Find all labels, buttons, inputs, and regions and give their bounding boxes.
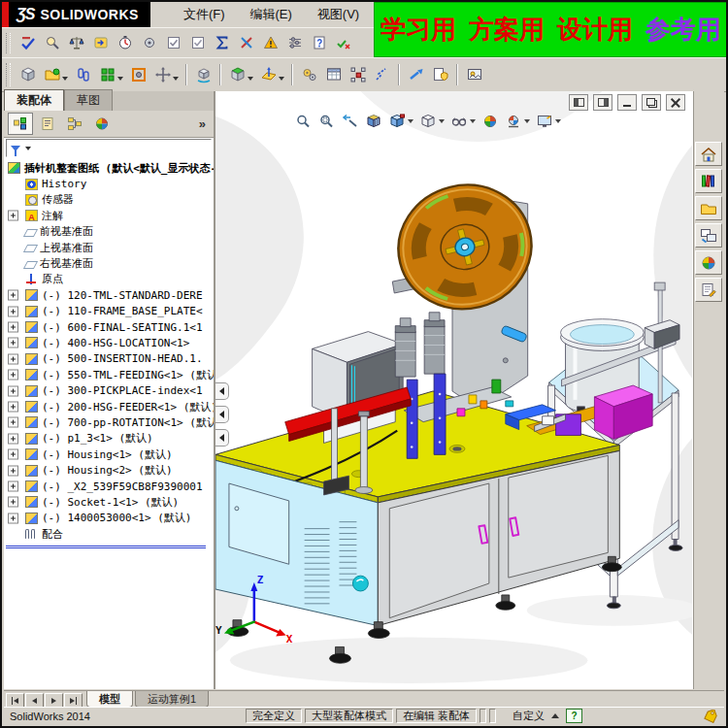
expand-icon[interactable] — [8, 211, 18, 221]
insert-component-icon[interactable] — [16, 63, 40, 86]
bill-of-materials-icon[interactable] — [321, 63, 346, 86]
motion-study-icon[interactable] — [297, 63, 321, 86]
tree-item[interactable]: 上视基准面 — [4, 240, 214, 255]
tree-item[interactable]: (-) 500-INSERTION-HEAD.1. — [4, 351, 214, 367]
tree-item[interactable]: (-) 600-FINAL-SEATING.1<1 — [4, 319, 214, 335]
mass-properties-icon[interactable] — [64, 31, 88, 54]
tree-item[interactable]: 注解 — [4, 208, 214, 223]
panel-tab[interactable]: 草图 — [64, 89, 113, 111]
solidworks-resources-icon[interactable] — [695, 142, 722, 166]
explode-line-sketch-icon[interactable] — [370, 63, 394, 86]
tree-item[interactable]: (-) Housing<1> (默认) — [4, 447, 214, 462]
hide-show-items-icon[interactable] — [448, 113, 478, 130]
tree-item[interactable]: (-) 110-FRAME_BASE_PLATE< — [4, 304, 214, 319]
measure-icon[interactable] — [40, 31, 64, 54]
expand-icon[interactable] — [8, 370, 18, 381]
panel-overflow-chevron[interactable]: » — [199, 116, 210, 131]
study-tab[interactable]: 运动算例1 — [135, 691, 209, 708]
tree-item[interactable]: 前视基准面 — [4, 224, 214, 240]
tag-icon[interactable] — [703, 710, 718, 723]
verification-icon[interactable] — [331, 31, 355, 54]
design-checker-icon[interactable] — [258, 31, 282, 54]
spell-check-icon[interactable] — [16, 31, 40, 54]
component-pattern-icon[interactable] — [95, 63, 119, 86]
display-style-icon[interactable] — [417, 113, 447, 130]
custom-properties-icon[interactable] — [695, 278, 722, 302]
tree-item[interactable]: (-) _X2_539F59CB8F9390001 — [4, 479, 214, 494]
menu-item[interactable]: 文件(F) — [183, 6, 225, 23]
tree-item[interactable]: 插针机整套图纸 (默认<默认_显示状态-1>) — [4, 160, 214, 176]
expand-icon[interactable] — [8, 322, 18, 333]
sensor-icon[interactable] — [88, 31, 113, 54]
edit-appearance-icon[interactable] — [480, 113, 501, 130]
tree-item[interactable]: (-) 1400053000<1> (默认) — [4, 511, 214, 526]
tree-item[interactable]: History — [4, 176, 214, 191]
help-topics-icon[interactable] — [307, 31, 331, 54]
performance-icon[interactable] — [113, 31, 137, 54]
pane-left-icon[interactable] — [569, 94, 588, 111]
help-icon[interactable]: ? — [566, 709, 582, 723]
tree-item[interactable]: (-) 550-TML-FEEDING<1> (默认) — [4, 367, 214, 382]
expand-icon[interactable] — [8, 497, 18, 508]
tree-item[interactable]: 原点 — [4, 272, 214, 287]
exploded-view-icon[interactable] — [346, 63, 370, 86]
open-part-icon[interactable] — [40, 63, 64, 86]
mate-icon[interactable] — [71, 63, 95, 86]
reference-geometry-icon[interactable] — [256, 63, 281, 86]
expand-icon[interactable] — [8, 402, 18, 413]
toolbar-grip[interactable] — [6, 63, 11, 86]
featuremanager-tree-icon[interactable] — [8, 113, 33, 135]
instant-3d-icon[interactable] — [404, 63, 428, 86]
assembly-features-icon[interactable] — [225, 63, 249, 86]
zoom-to-area-icon[interactable] — [316, 113, 338, 130]
menu-item[interactable]: 编辑(E) — [250, 6, 292, 23]
pane-right-icon[interactable] — [593, 94, 612, 111]
dropdown-caret-icon[interactable] — [62, 77, 68, 81]
expand-icon[interactable] — [8, 513, 18, 523]
smart-fasteners-icon[interactable] — [126, 63, 150, 86]
expand-icon[interactable] — [8, 433, 18, 444]
rollback-bar[interactable] — [6, 546, 206, 548]
expand-icon[interactable] — [8, 481, 18, 492]
expand-icon[interactable] — [8, 385, 18, 396]
tree-item[interactable]: (-) 120-TML-STANDARD-DERE — [4, 287, 214, 303]
tree-item[interactable]: 配合 — [4, 526, 214, 542]
tree-item[interactable]: (-) 400-HSG-LOCATION<1> — [4, 335, 214, 350]
select-check-icon[interactable] — [185, 31, 210, 54]
custom-caret-icon[interactable] — [551, 713, 559, 718]
collapse-pane-icon[interactable] — [215, 429, 229, 447]
view-settings-icon[interactable] — [534, 113, 563, 130]
toolbar-grip[interactable] — [6, 33, 11, 53]
restore-icon[interactable] — [642, 94, 661, 111]
configurationmanager-icon[interactable] — [62, 113, 87, 135]
envelope-icon[interactable] — [428, 63, 452, 86]
tree-filter[interactable] — [6, 139, 212, 157]
tree-item[interactable]: (-) Housing<2> (默认) — [4, 462, 214, 478]
statistics-icon[interactable] — [137, 31, 161, 54]
collapse-pane-icon[interactable] — [215, 382, 229, 400]
tree-item[interactable]: (-) 300-PICKPLACE-index<1 — [4, 382, 214, 398]
status-custom[interactable]: 自定义 — [513, 709, 545, 723]
apply-scene-icon[interactable] — [503, 113, 532, 130]
previous-view-icon[interactable] — [340, 113, 361, 130]
tree-item[interactable]: 传感器 — [4, 192, 214, 208]
expand-icon[interactable] — [8, 417, 18, 428]
tree-item[interactable]: (-) p1_3<1> (默认) — [4, 431, 214, 447]
dropdown-caret-icon[interactable] — [173, 77, 179, 81]
appearances-scenes-icon[interactable] — [695, 250, 722, 275]
move-component-icon[interactable] — [150, 63, 175, 86]
panel-tab[interactable]: 装配体 — [4, 89, 64, 111]
expand-icon[interactable] — [8, 449, 18, 460]
file-explorer-icon[interactable] — [695, 196, 722, 220]
show-hidden-components-icon[interactable] — [191, 63, 215, 86]
zoom-to-fit-icon[interactable] — [293, 113, 314, 130]
collapse-pane-icon[interactable] — [215, 406, 229, 423]
close-icon[interactable] — [666, 94, 685, 111]
design-library-icon[interactable] — [695, 169, 722, 193]
minimize-icon[interactable] — [617, 94, 637, 111]
study-tab[interactable]: 模型 — [86, 691, 133, 708]
tree-item[interactable]: (-) 700-pp-ROTATION<1> (默认) — [4, 414, 214, 430]
select-check-icon[interactable] — [161, 31, 185, 54]
equations-icon[interactable] — [210, 31, 234, 54]
displaymanager-icon[interactable] — [89, 113, 115, 135]
